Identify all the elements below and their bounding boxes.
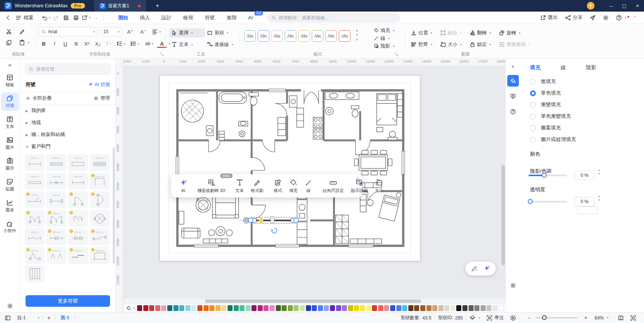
menu-AI[interactable]: AIhot [242,12,258,24]
send-button[interactable] [586,15,599,21]
symbol-item-win-tick[interactable]: 1500 mm [46,173,66,190]
color-swatch[interactable] [173,305,178,311]
menu-home[interactable]: 開始 [112,12,134,24]
opacity-down-icon[interactable]: ▼ [598,198,600,202]
replace-shape-button[interactable]: 替換形狀▾ [497,40,530,49]
underline-button[interactable]: U [60,39,70,48]
color-swatch[interactable] [408,305,413,311]
zoom-slider-thumb[interactable] [542,315,547,320]
symbol-item-win-filled[interactable]: 1500 mm [90,154,110,171]
color-swatch[interactable] [318,305,323,311]
ai-symbols-link[interactable]: AI 符號 [88,82,110,88]
sidebar-item-charts[interactable]: 圖表 [1,197,19,215]
text-highlight-button[interactable]: T▾ [104,39,114,48]
zoom-level[interactable]: 64%▾ [591,315,612,321]
color-swatch[interactable] [372,305,377,311]
color-swatch[interactable] [486,305,491,311]
float-tool-size[interactable]: 大小 [371,178,387,194]
color-swatch[interactable] [234,305,239,311]
color-swatch[interactable] [167,305,172,311]
symbol-item-win-triple[interactable]: 1500 mm [46,154,66,171]
float-tool-line[interactable]: 線 [301,178,316,194]
collapse-panel-button[interactable]: » [507,62,519,71]
symbol-item-win-rect[interactable]: 1500 mm [68,154,88,171]
style-swatch-7[interactable]: Abc [339,30,350,42]
align-text-button[interactable]: ▾ [151,27,161,36]
pin-icon[interactable] [355,177,359,181]
page-overview-button[interactable] [0,315,14,321]
float-tool-scale-settings[interactable]: 比例尺設定 [319,178,347,194]
copy-button[interactable] [4,38,17,47]
fill-option-0[interactable]: 無填充 [520,76,644,87]
color-swatch[interactable] [294,305,299,311]
color-swatch[interactable] [438,305,443,311]
pan-map-button[interactable] [615,315,627,321]
symbol-item-door-swing[interactable] [68,210,88,227]
symbol-item-door-arc[interactable] [68,191,88,208]
subscript-button[interactable]: X₂ [93,39,103,48]
font-family-select[interactable]: Arial▾ [39,27,97,36]
color-swatch[interactable] [444,305,449,311]
vertical-scrollbar[interactable] [501,165,505,265]
position-button[interactable]: 位置▾ [409,28,438,37]
symbol-item-win-wavy[interactable]: 1500 mm [25,228,45,245]
bold-button[interactable]: B [39,39,49,48]
color-swatch[interactable] [155,305,160,311]
color-swatch[interactable] [499,305,504,311]
layers-button[interactable]: ▾ [466,315,483,321]
shade-up-icon[interactable]: ▲ [598,168,600,172]
color-swatch[interactable] [137,305,142,311]
flip-button[interactable]: 翻轉▾ [467,28,497,37]
align-button[interactable]: 對齊▾ [409,40,438,49]
color-swatch[interactable] [481,305,486,311]
global-search-input[interactable] [279,15,396,20]
sidebar-item-images[interactable]: 圖片 [1,134,19,153]
horizontal-scrollbar-track[interactable] [124,298,505,304]
color-swatch[interactable] [462,305,467,311]
color-swatch[interactable] [474,305,479,311]
share-button[interactable]: 分享 [561,14,586,21]
color-swatch[interactable] [360,305,365,311]
drawing-page[interactable] [160,75,420,261]
symbol-item-door-slide[interactable]: 1500 mm [90,228,110,245]
fill-color-well[interactable] [577,206,598,214]
style-swatch-5[interactable]: Abc [312,30,323,42]
color-swatch[interactable] [469,305,474,311]
superscript-button[interactable]: X² [82,39,92,48]
shade-down-icon[interactable]: ▼ [598,172,600,176]
sidebar-item-stickers[interactable]: 貼圖 [1,176,19,194]
sidebar-item-templates[interactable]: 模板 [1,71,19,90]
page-selector[interactable]: 頁-1▾ [14,314,42,321]
color-swatch[interactable] [276,305,281,311]
toolbar-resize-handle[interactable]: ⌟ [359,192,360,196]
color-swatch[interactable] [420,305,425,311]
fill-option-3[interactable]: 單色漸變填充 [520,110,644,122]
color-swatch[interactable] [204,305,209,311]
close-button[interactable]: ✕ [631,0,644,12]
color-swatch[interactable] [197,305,202,311]
symbol-search-input[interactable] [36,66,107,72]
color-swatch[interactable] [191,305,196,311]
color-swatch[interactable] [384,305,389,311]
radio-icon[interactable] [530,79,536,85]
settings-button[interactable] [599,15,612,21]
color-swatch[interactable] [143,305,148,311]
export-button[interactable]: 匯出 [537,14,561,21]
fill-option-5[interactable]: 圖片或紋理填充 [520,134,644,145]
undo-button[interactable]: ▾ [41,13,51,22]
radio-icon[interactable] [530,102,536,108]
color-swatch[interactable] [209,305,214,311]
color-swatch[interactable] [336,305,341,311]
manage-libraries-button[interactable]: 管理 [93,95,110,102]
symbol-panel-scrollbar[interactable] [113,148,115,264]
color-swatch[interactable] [216,305,221,311]
symbol-item-win-caps[interactable]: 1500 mm [68,173,88,190]
color-swatch[interactable] [300,305,305,311]
color-swatch[interactable] [149,305,154,311]
sidebar-item-symbols[interactable]: 符號 [1,92,19,111]
shade-value[interactable]: 0 %▲▼ [574,171,595,180]
color-swatch[interactable] [324,305,329,311]
print-button[interactable] [71,13,81,22]
color-swatch[interactable] [427,305,432,311]
menu-檢視[interactable]: 檢視 [177,12,199,24]
